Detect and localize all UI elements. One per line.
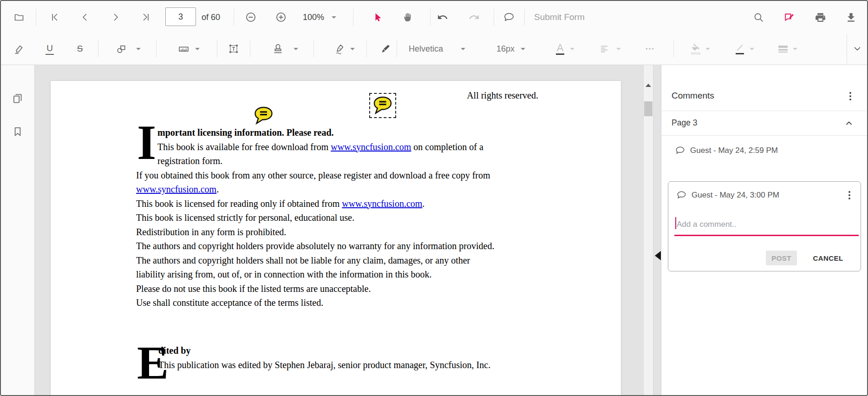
ink-button[interactable]: [376, 40, 395, 58]
font-size-dropdown[interactable]: 16px: [496, 33, 515, 65]
sticky-note-icon: [253, 106, 274, 125]
close-annotation-toolbar-button[interactable]: [848, 40, 867, 58]
chevron-down-icon[interactable]: [616, 48, 621, 50]
chevron-down-icon[interactable]: [521, 48, 525, 50]
doc-line: If you obtained this book from any other…: [136, 168, 494, 183]
stroke-color-dropdown[interactable]: [731, 40, 749, 58]
chevron-down-icon[interactable]: [294, 48, 298, 50]
font-family-dropdown[interactable]: Helvetica: [409, 33, 443, 65]
cursor-icon: [372, 12, 383, 23]
annotation-edit-button[interactable]: [780, 8, 798, 26]
download-button[interactable]: [842, 8, 860, 26]
panel-divider: [661, 111, 867, 111]
highlight-button[interactable]: [10, 40, 28, 58]
ellipsis-icon: [644, 43, 655, 54]
toolbar-separator: [366, 40, 367, 57]
comment-tool-button[interactable]: [500, 8, 518, 26]
font-color-dropdown[interactable]: A: [551, 40, 569, 58]
chevron-down-icon[interactable]: [350, 48, 355, 50]
next-page-button[interactable]: [106, 8, 125, 26]
doc-line: www.syncfusion.com.: [136, 182, 494, 197]
comments-panel: Comments Page 3 Guest - May 24, 2:59 PM: [661, 65, 867, 395]
page-number-input[interactable]: [165, 7, 196, 26]
toolbar-separator: [234, 9, 234, 26]
collapse-group-button[interactable]: [845, 119, 853, 129]
panel-collapse-handle[interactable]: [655, 251, 661, 260]
comment-card[interactable]: Guest - May 24, 3:00 PM POST CANCEL: [668, 181, 861, 271]
chevron-down-icon[interactable]: [570, 48, 574, 50]
comment-item[interactable]: Guest - May 24, 2:59 PM: [675, 145, 778, 156]
zoom-level-dropdown[interactable]: 100%: [303, 1, 336, 33]
chevron-down-icon[interactable]: [136, 48, 141, 50]
chevron-down-icon[interactable]: [750, 48, 754, 50]
strikethrough-button[interactable]: S: [71, 40, 89, 58]
thumbnails-button[interactable]: [7, 88, 28, 109]
previous-page-button[interactable]: [76, 8, 94, 26]
doc-link[interactable]: www.syncfusion.com: [331, 142, 411, 152]
sticky-note-annotation[interactable]: [253, 106, 274, 125]
toolbar-separator: [430, 9, 431, 26]
left-sidebar: [1, 65, 35, 395]
highlighter-icon: [13, 43, 25, 55]
pan-tool-button[interactable]: [398, 8, 417, 26]
open-file-button[interactable]: [10, 8, 28, 26]
doc-line: This book is licensed for reading only i…: [136, 197, 494, 211]
comment-menu-button[interactable]: [843, 189, 856, 202]
bookmark-icon: [12, 125, 24, 138]
last-page-icon: [140, 12, 151, 23]
sticky-note-annotation-selected[interactable]: [369, 93, 396, 118]
scrollbar-thumb[interactable]: [644, 101, 653, 116]
undo-icon: [437, 12, 448, 23]
chevron-down-icon[interactable]: [793, 48, 797, 50]
undo-button[interactable]: [433, 8, 452, 26]
chevron-down-icon[interactable]: [195, 48, 200, 50]
zoom-in-button[interactable]: [272, 8, 290, 26]
last-page-button[interactable]: [137, 8, 155, 26]
print-button[interactable]: [811, 8, 829, 26]
underline-button[interactable]: U: [40, 40, 59, 58]
chevron-down-icon[interactable]: [705, 48, 710, 50]
calibrate-dropdown[interactable]: [174, 40, 193, 58]
comment-input-underline: [674, 235, 859, 236]
annotation-edit-icon: [783, 12, 795, 23]
stamp-dropdown[interactable]: [268, 40, 287, 58]
doc-link[interactable]: www.syncfusion.com: [342, 198, 422, 209]
font-size-value: 16px: [496, 44, 515, 54]
doc-scrollbar[interactable]: [643, 65, 653, 395]
viewer-content: All rights reserved. I mportant licensin…: [1, 65, 867, 395]
doc-line: Redistribution in any form is prohibited…: [136, 225, 494, 239]
chevron-down-icon[interactable]: [461, 48, 465, 50]
pdf-page[interactable]: All rights reserved. I mportant licensin…: [51, 81, 621, 396]
doc-line: This book is licensed strictly for perso…: [136, 211, 494, 225]
chevron-up-icon: [845, 119, 853, 127]
page-group-header: Page 3: [672, 118, 697, 128]
toolbar-separator: [156, 40, 157, 57]
comment-post-button[interactable]: POST: [766, 251, 797, 265]
submit-form-button[interactable]: Submit Form: [534, 1, 585, 33]
comments-menu-button[interactable]: [844, 90, 857, 103]
signature-dropdown[interactable]: [331, 40, 349, 58]
comment-cancel-button[interactable]: CANCEL: [808, 251, 848, 265]
more-options-button[interactable]: [640, 40, 659, 58]
comment-input[interactable]: [676, 217, 852, 232]
doc-link[interactable]: www.syncfusion.com: [136, 184, 216, 194]
toolbar-separator: [98, 40, 98, 57]
scroll-up-icon[interactable]: [646, 84, 651, 87]
text-select-tool-button[interactable]: [368, 8, 387, 26]
fill-color-dropdown[interactable]: [686, 40, 705, 58]
redo-button[interactable]: [465, 8, 483, 26]
thickness-dropdown[interactable]: [774, 40, 792, 58]
doc-line: This book is available for free download…: [136, 140, 494, 154]
underline-icon: U: [46, 43, 54, 55]
panel-divider: [661, 135, 867, 136]
freetext-button[interactable]: [224, 40, 243, 58]
zoom-out-button[interactable]: [241, 8, 260, 26]
text-align-dropdown[interactable]: [595, 40, 613, 58]
bookmark-button[interactable]: [7, 121, 28, 142]
shapes-dropdown[interactable]: [112, 40, 131, 58]
search-button[interactable]: [749, 8, 768, 26]
folder-icon: [13, 12, 25, 23]
sticky-note-icon: [372, 96, 393, 115]
first-page-button[interactable]: [46, 8, 64, 26]
doc-line: Please do not use this book if the liste…: [136, 282, 494, 296]
